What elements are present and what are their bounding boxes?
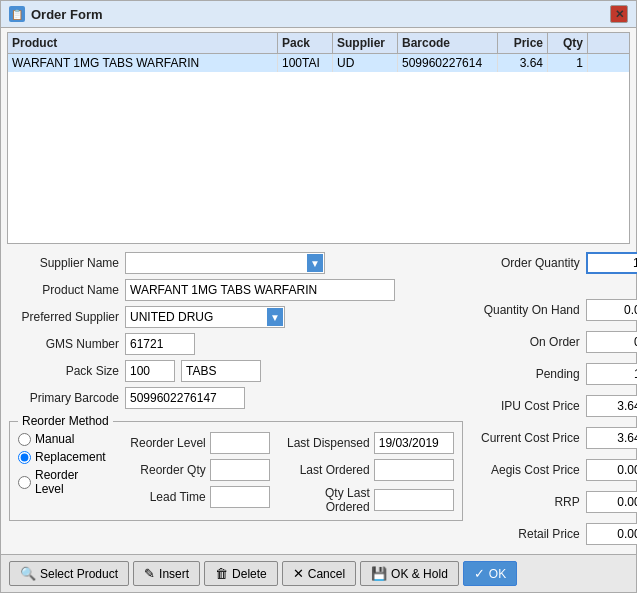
pack-size-label: Pack Size xyxy=(9,364,119,378)
last-ordered-label: Last Ordered xyxy=(280,463,370,477)
table-header: Product Pack Supplier Barcode Price Qty xyxy=(8,33,629,54)
ok-label: OK xyxy=(489,567,506,581)
delete-button[interactable]: 🗑 Delete xyxy=(204,561,278,586)
cancel-label: Cancel xyxy=(308,567,345,581)
qty-last-ordered-row: Qty Last Ordered xyxy=(280,486,454,514)
delete-label: Delete xyxy=(232,567,267,581)
col-header-price: Price xyxy=(498,33,548,53)
last-ordered-row: Last Ordered xyxy=(280,459,454,481)
insert-button[interactable]: ✎ Insert xyxy=(133,561,200,586)
last-dispensed-input[interactable] xyxy=(374,432,454,454)
ok-hold-button[interactable]: 💾 OK & Hold xyxy=(360,561,459,586)
reorder-qty-row: Reorder Qty xyxy=(116,459,270,481)
supplier-name-label: Supplier Name xyxy=(9,256,119,270)
radio-group: Manual Replacement Reorder Level xyxy=(18,432,106,514)
qty-on-hand-input[interactable] xyxy=(586,299,637,321)
pack-type-select[interactable]: TABS xyxy=(181,360,261,382)
qty-last-ordered-label: Qty Last Ordered xyxy=(280,486,370,514)
reorder-inner: Manual Replacement Reorder Level xyxy=(18,432,454,514)
rrp-input[interactable] xyxy=(586,491,637,513)
order-quantity-label: Order Quantity xyxy=(471,256,586,270)
reorder-level-input[interactable] xyxy=(210,432,270,454)
order-form-window: 📋 Order Form ✕ Product Pack Supplier Bar… xyxy=(0,0,637,593)
lead-time-label: Lead Time xyxy=(116,490,206,504)
preferred-supplier-select[interactable]: UNITED DRUG xyxy=(125,306,285,328)
pending-label: Pending xyxy=(471,367,586,381)
col-header-supplier: Supplier xyxy=(333,33,398,53)
ok-hold-label: OK & Hold xyxy=(391,567,448,581)
supplier-name-dropdown-wrapper: ▼ xyxy=(125,252,325,274)
radio-manual[interactable] xyxy=(18,433,31,446)
pending-row: Pending xyxy=(471,363,637,385)
primary-barcode-label: Primary Barcode xyxy=(9,391,119,405)
reorder-qty-label: Reorder Qty xyxy=(116,463,206,477)
radio-replacement-label: Replacement xyxy=(35,450,106,464)
qty-on-hand-label: Quantity On Hand xyxy=(471,303,586,317)
window-title: Order Form xyxy=(31,7,103,22)
cell-barcode: 509960227614 xyxy=(398,54,498,72)
cell-product: WARFANT 1MG TABS WARFARIN xyxy=(8,54,278,72)
current-cost-input[interactable] xyxy=(586,427,637,449)
insert-label: Insert xyxy=(159,567,189,581)
product-name-input[interactable] xyxy=(125,279,395,301)
aegis-cost-input[interactable] xyxy=(586,459,637,481)
select-product-label: Select Product xyxy=(40,567,118,581)
preferred-supplier-row: Preferred Supplier UNITED DRUG ▼ xyxy=(9,306,463,328)
product-table: Product Pack Supplier Barcode Price Qty … xyxy=(7,32,630,244)
lead-time-input[interactable] xyxy=(210,486,270,508)
current-cost-label: Current Cost Price xyxy=(471,431,586,445)
supplier-name-select[interactable] xyxy=(125,252,325,274)
radio-manual-row: Manual xyxy=(18,432,106,446)
product-name-row: Product Name xyxy=(9,279,463,301)
qty-last-ordered-input[interactable] xyxy=(374,489,454,511)
retail-price-input[interactable] xyxy=(586,523,637,545)
radio-reorder-level-label: Reorder Level xyxy=(35,468,106,496)
reorder-right: Last Dispensed Last Ordered Qty Last Ord… xyxy=(280,432,454,514)
col-header-barcode: Barcode xyxy=(398,33,498,53)
cancel-button[interactable]: ✕ Cancel xyxy=(282,561,356,586)
radio-replacement[interactable] xyxy=(18,451,31,464)
reorder-level-row: Reorder Level xyxy=(116,432,270,454)
form-left: Supplier Name ▼ Product Name Preferred S… xyxy=(9,252,463,550)
reorder-middle: Reorder Level Reorder Qty Lead Time xyxy=(116,432,270,514)
ok-hold-icon: 💾 xyxy=(371,566,387,581)
reorder-method-fieldset: Reorder Method Manual Replacement xyxy=(9,414,463,521)
col-header-qty: Qty xyxy=(548,33,588,53)
reorder-qty-input[interactable] xyxy=(210,459,270,481)
close-button[interactable]: ✕ xyxy=(610,5,628,23)
reorder-level-label: Reorder Level xyxy=(116,436,206,450)
last-dispensed-label: Last Dispensed xyxy=(280,436,370,450)
reorder-method-legend: Reorder Method xyxy=(18,414,113,428)
supplier-name-row: Supplier Name ▼ xyxy=(9,252,463,274)
product-name-label: Product Name xyxy=(9,283,119,297)
col-header-pack: Pack xyxy=(278,33,333,53)
insert-icon: ✎ xyxy=(144,566,155,581)
pack-size-row: Pack Size TABS xyxy=(9,360,463,382)
retail-price-label: Retail Price xyxy=(471,527,586,541)
cell-supplier: UD xyxy=(333,54,398,72)
radio-manual-label: Manual xyxy=(35,432,74,446)
primary-barcode-row: Primary Barcode xyxy=(9,387,463,409)
on-order-input[interactable] xyxy=(586,331,637,353)
cell-qty: 1 xyxy=(548,54,588,72)
titlebar-left: 📋 Order Form xyxy=(9,6,103,22)
ok-button[interactable]: ✓ OK xyxy=(463,561,517,586)
cancel-icon: ✕ xyxy=(293,566,304,581)
on-order-row: On Order xyxy=(471,331,637,353)
rrp-label: RRP xyxy=(471,495,586,509)
gms-number-label: GMS Number xyxy=(9,337,119,351)
ipu-cost-input[interactable] xyxy=(586,395,637,417)
cell-price: 3.64 xyxy=(498,54,548,72)
col-header-product: Product xyxy=(8,33,278,53)
delete-icon: 🗑 xyxy=(215,566,228,581)
order-quantity-input[interactable] xyxy=(586,252,637,274)
primary-barcode-input[interactable] xyxy=(125,387,245,409)
select-product-button[interactable]: 🔍 Select Product xyxy=(9,561,129,586)
radio-reorder-level[interactable] xyxy=(18,476,31,489)
pending-input[interactable] xyxy=(586,363,637,385)
aegis-cost-label: Aegis Cost Price xyxy=(471,463,586,477)
last-ordered-input[interactable] xyxy=(374,459,454,481)
table-row[interactable]: WARFANT 1MG TABS WARFARIN 100TAI UD 5099… xyxy=(8,54,629,72)
gms-number-input[interactable] xyxy=(125,333,195,355)
pack-size-input[interactable] xyxy=(125,360,175,382)
